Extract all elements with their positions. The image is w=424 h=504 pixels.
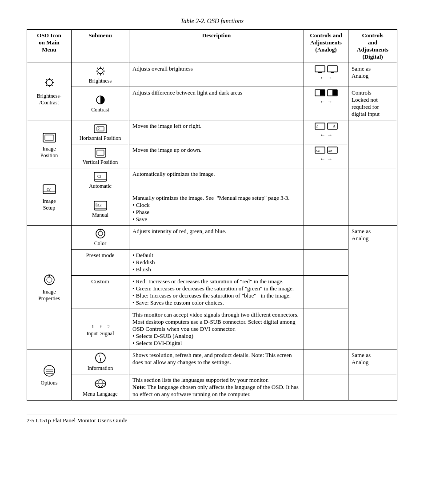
- submenu-label-menu-language: Menu Language: [75, 391, 126, 397]
- svg-rect-19: [318, 72, 322, 73]
- submenu-input-signal: 1―♀―2 Input Signal: [72, 309, 129, 349]
- footer: 2-5 L151p Flat Panel Monitor User's Guid…: [27, 414, 397, 424]
- svg-text:1―♀―2: 1―♀―2: [92, 324, 109, 329]
- digital-automatic: [348, 168, 397, 192]
- table-row: ImagePosition 2 Horizontal Position Move…: [27, 120, 397, 144]
- analog-input-signal: [304, 309, 348, 349]
- desc-vertical: Moves the image up or down.: [129, 144, 304, 168]
- svg-line-6: [52, 79, 52, 80]
- analog-brightness: ← →: [304, 63, 348, 87]
- svg-line-15: [103, 68, 104, 69]
- svg-point-50: [47, 277, 52, 282]
- desc-custom: • Red: Increases or decreases the satura…: [129, 276, 304, 309]
- analog-contrast: ← →: [304, 87, 348, 120]
- svg-point-0: [46, 79, 52, 86]
- header-digital: ControlsandAdjustments(Digital): [348, 30, 397, 63]
- submenu-horizontal: 2 Horizontal Position: [72, 120, 129, 144]
- submenu-label-contrast: Contrast: [75, 107, 126, 113]
- desc-horizontal: Moves the image left or right.: [129, 120, 304, 144]
- desc-manual: Manually optimizes the image. See "Menua…: [129, 192, 304, 226]
- desc-brightness: Adjusts overall brightness: [129, 63, 304, 87]
- analog-manual: [304, 192, 348, 226]
- page-title: Table 2-2. OSD functions: [27, 18, 397, 25]
- osd-functions-table: OSD Iconon MainMenu Submenu Description …: [27, 29, 397, 401]
- table-row: 1―♀―2 Input Signal This monitor can acce…: [27, 309, 397, 349]
- digital-image-position: [348, 120, 397, 168]
- analog-information: [304, 349, 348, 374]
- svg-text:C(: C(: [47, 187, 51, 192]
- table-row: C( ImageSetup C( Automatic Automatically…: [27, 168, 397, 192]
- main-label-image-position: ImagePosition: [30, 146, 68, 159]
- submenu-label-manual: Manual: [75, 212, 126, 218]
- svg-point-53: [98, 231, 103, 236]
- analog-automatic: [304, 168, 348, 192]
- table-row: Options i Information Shows resolution, …: [27, 349, 397, 374]
- submenu-automatic: C( Automatic: [72, 168, 129, 192]
- submenu-contrast: Contrast: [72, 87, 129, 120]
- main-icon-image-position: ImagePosition: [27, 120, 72, 168]
- submenu-custom: Custom: [72, 276, 129, 309]
- digital-contrast: ControlsLocked notrequired fordigital in…: [348, 87, 397, 120]
- submenu-label-information: Information: [75, 365, 126, 372]
- svg-line-14: [97, 68, 98, 69]
- desc-menu-language: This section lists the languages support…: [129, 374, 304, 401]
- submenu-vertical: Vertical Position: [72, 144, 129, 168]
- analog-vertical: AZ AZ ← →: [304, 144, 348, 168]
- main-icon-options: Options: [27, 349, 72, 401]
- submenu-label-automatic: Automatic: [75, 183, 126, 190]
- submenu-manual: ⎘C( Manual: [72, 192, 129, 226]
- table-row: Brightness-/Contrast Brightness Adjusts …: [27, 63, 397, 87]
- desc-information: Shows resolution, refresh rate, and prod…: [129, 349, 304, 374]
- header-submenu: Submenu: [72, 30, 129, 63]
- svg-rect-26: [45, 135, 54, 140]
- svg-point-54: [100, 229, 101, 230]
- main-label-options: Options: [30, 380, 68, 386]
- svg-rect-35: [97, 150, 104, 155]
- svg-rect-21: [331, 72, 334, 73]
- svg-text:C(: C(: [97, 174, 101, 179]
- table-row: ImageProperties Color Adjusts intensity …: [27, 226, 397, 250]
- svg-rect-18: [315, 66, 325, 72]
- header-analog: Controls andAdjustments(Analog): [304, 30, 348, 63]
- svg-point-51: [48, 275, 50, 277]
- analog-preset: [304, 250, 348, 276]
- svg-rect-20: [328, 66, 337, 72]
- submenu-label-vertical: Vertical Position: [75, 159, 126, 166]
- svg-line-5: [46, 79, 47, 80]
- desc-preset: • Default • Reddish • Bluish: [129, 250, 304, 276]
- svg-rect-27: [94, 125, 107, 133]
- analog-color: [304, 226, 348, 250]
- svg-line-17: [103, 73, 104, 74]
- digital-manual: [348, 192, 397, 226]
- desc-automatic: Automatically optimizes the image.: [129, 168, 304, 192]
- svg-text:2: 2: [316, 124, 318, 128]
- analog-menu-language: [304, 374, 348, 401]
- digital-brightness: Same asAnalog: [348, 63, 397, 87]
- main-icon-image-properties: ImageProperties: [27, 226, 72, 349]
- submenu-label-input-signal: Input Signal: [75, 330, 126, 337]
- svg-rect-32: [328, 123, 337, 129]
- note-bold: Note:: [132, 384, 146, 390]
- submenu-brightness: Brightness: [72, 63, 129, 87]
- header-description: Description: [129, 30, 304, 63]
- digital-menu-language: [348, 374, 397, 401]
- analog-horizontal: 2 A ← →: [304, 120, 348, 144]
- table-row: ⎘C( Manual Manually optimizes the image.…: [27, 192, 397, 226]
- svg-text:AZ: AZ: [316, 149, 320, 153]
- svg-text:2: 2: [98, 127, 100, 131]
- main-icon-image-setup: C( ImageSetup: [27, 168, 72, 226]
- digital-information: Same asAnalog: [348, 349, 397, 374]
- submenu-menu-language: Menu Language: [72, 374, 129, 401]
- table-row: Contrast Adjusts difference between ligh…: [27, 87, 397, 120]
- header-icon: OSD Iconon MainMenu: [27, 30, 72, 63]
- submenu-preset: Preset mode: [72, 250, 129, 276]
- svg-text:AZ: AZ: [328, 149, 332, 153]
- submenu-label-brightness: Brightness: [75, 78, 126, 84]
- desc-color: Adjusts intensity of red, green, and blu…: [129, 226, 304, 250]
- table-row: Vertical Position Moves the image up or …: [27, 144, 397, 168]
- svg-point-56: [44, 365, 55, 376]
- table-row: Custom • Red: Increases or decreases the…: [27, 276, 397, 309]
- analog-custom: [304, 276, 348, 309]
- submenu-label-horizontal: Horizontal Position: [75, 135, 126, 142]
- svg-line-16: [97, 73, 98, 74]
